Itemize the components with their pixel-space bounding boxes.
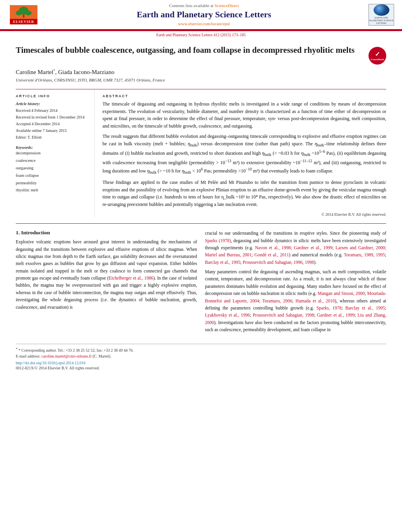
body-right-col: crucial to our understanding of the tran… bbox=[205, 230, 386, 336]
contents-line: Contents lists available at ScienceDirec… bbox=[39, 3, 368, 8]
ref-lyakhovsky[interactable]: Lyakhovsky et al., 1996 bbox=[205, 313, 250, 317]
keyword-3: outgassing bbox=[16, 165, 88, 172]
ref-larsen[interactable]: Larsen and Gardner, 2000 bbox=[335, 245, 385, 250]
history-label: Article history: bbox=[16, 100, 88, 107]
ref-martel2001[interactable]: Martel and Bureau, 2001 bbox=[205, 252, 251, 257]
header-center: Contents lists available at ScienceDirec… bbox=[39, 3, 368, 26]
footnote-text: * * Corresponding author. Tel.: +33 2 38… bbox=[16, 347, 386, 353]
keywords-section: Keywords: decompression coalescence outg… bbox=[16, 145, 88, 194]
contents-prefix: Contents lists available at bbox=[169, 3, 214, 8]
ref-barclay1995b[interactable]: Barclay et al., 1995 bbox=[345, 306, 385, 310]
journal-title: Earth and Planetary Science Letters bbox=[39, 9, 368, 20]
footnote-email-suffix: (C. Martel). bbox=[93, 354, 112, 358]
keyword-5: permeability bbox=[16, 180, 88, 187]
elsevier-logo-graphic bbox=[10, 5, 37, 19]
article-container: Timescales of bubble coalescence, outgas… bbox=[0, 37, 402, 378]
body-right-text: crucial to our understanding of the tran… bbox=[205, 230, 386, 333]
ref-proussevitch[interactable]: Proussevitch and Sahagian, 1996, 1998 bbox=[243, 260, 314, 265]
footnote-email-line: E-mail address: caroline.martel@cnrs-orl… bbox=[16, 353, 386, 359]
ref-barclay1995[interactable]: Barclay et al., 1995 bbox=[205, 260, 240, 265]
abstract-label: ABSTRACT bbox=[102, 94, 386, 98]
ref-gardner1999[interactable]: Gardner et al., 1999 bbox=[294, 245, 333, 250]
body-two-col: 1. Introduction Explosive volcanic erupt… bbox=[16, 230, 386, 336]
available-date: Available online 7 January 2015 bbox=[16, 127, 88, 134]
article-info-abstract: ARTICLE INFO Article history: Received 4… bbox=[16, 89, 386, 217]
body-left-col: 1. Introduction Explosive volcanic erupt… bbox=[16, 230, 197, 336]
keywords-list: decompression coalescence outgassing foa… bbox=[16, 150, 88, 194]
elsevier-logo: ELSEVIER bbox=[8, 4, 39, 26]
keywords-label: Keywords: bbox=[16, 145, 88, 150]
received-revised-date: Received in revised form 1 December 2014 bbox=[16, 114, 88, 120]
email-label: E-mail address: bbox=[16, 354, 40, 358]
abstract-col: ABSTRACT The timescale of degassing and … bbox=[102, 89, 386, 217]
keyword-2: coalescence bbox=[16, 157, 88, 165]
section-divider bbox=[16, 223, 386, 224]
earth-journal-logo: EARTH AND PLANETARY SCIENCE LETTERS bbox=[368, 4, 394, 26]
abstract-text: The timescale of degassing and outgassin… bbox=[102, 100, 386, 217]
issn-line: 0012-821X/© 2014 Elsevier B.V. All right… bbox=[16, 366, 386, 370]
abstract-para-3: These findings are applied to the case s… bbox=[102, 179, 386, 208]
ref-gardner1999b[interactable]: Gardner et al., 1999 bbox=[317, 313, 354, 317]
journal-header: ELSEVIER Contents lists available at Sci… bbox=[0, 0, 402, 30]
abstract-para-2: The result suggests that different bubbl… bbox=[102, 133, 386, 176]
article-title-section: Timescales of bubble coalescence, outgas… bbox=[16, 37, 386, 69]
keyword-4: foam collapse bbox=[16, 172, 88, 180]
author-caroline: Caroline Martel bbox=[16, 69, 53, 75]
earth-logo-text: EARTH AND PLANETARY SCIENCE LETTERS bbox=[369, 17, 394, 25]
keyword-6: rhyolitic melt bbox=[16, 187, 88, 194]
svg-point-3 bbox=[25, 11, 32, 15]
earth-globe-icon bbox=[374, 4, 389, 16]
section-1-heading: 1. Introduction bbox=[16, 230, 197, 236]
keyword-1: decompression bbox=[16, 150, 88, 157]
ref-proussevitch1998[interactable]: Proussevitch and Sahagian, 1998 bbox=[253, 313, 314, 317]
accepted-date: Accepted 4 December 2014 bbox=[16, 120, 88, 127]
article-info-col: ARTICLE INFO Article history: Received 4… bbox=[16, 89, 95, 217]
author-giada: Giada Iacono-Marziano bbox=[58, 69, 114, 75]
ref-sparks1978[interactable]: Sparks (1978) bbox=[205, 238, 231, 243]
body-left-para-1: Explosive volcanic eruptions have arouse… bbox=[16, 238, 197, 311]
body-right-para-2: Many parameters control the degassing of… bbox=[205, 268, 386, 334]
footnote-star-note: * Corresponding author. Tel.: +33 2 38 2… bbox=[19, 348, 134, 352]
affiliation: Université d'Orléans, CNRS/INSU, ISTO, B… bbox=[16, 78, 386, 87]
ref-gonde[interactable]: Gondé et al., 2011 bbox=[254, 252, 288, 257]
article-info-label: ARTICLE INFO bbox=[16, 94, 88, 98]
elsevier-label: ELSEVIER bbox=[10, 19, 37, 24]
journal-url[interactable]: www.elsevier.com/locate/epsl bbox=[39, 21, 368, 26]
authors-line: Caroline Martel*, Giada Iacono-Marziano bbox=[16, 69, 386, 78]
crossmark-badge[interactable]: ✓ CrossMark bbox=[368, 47, 386, 65]
ref-hamada[interactable]: Hamada et al., 2010 bbox=[296, 298, 335, 303]
sciencedirect-link[interactable]: ScienceDirect bbox=[214, 3, 239, 8]
doi-line[interactable]: http://dx.doi.org/10.1016/j.epsl.2014.12… bbox=[16, 361, 386, 365]
article-history: Article history: Received 4 February 201… bbox=[16, 100, 88, 141]
journal-ref-line: Earth and Planetary Science Letters 412 … bbox=[0, 31, 402, 37]
footnote-email[interactable]: caroline.martel@cnrs-orleans.fr bbox=[41, 354, 91, 358]
body-left-text: Explosive volcanic eruptions have arouse… bbox=[16, 238, 197, 311]
editor: Editor: T. Elliott bbox=[16, 134, 88, 141]
ref-eichelberger[interactable]: Eichelberger et al., 1986 bbox=[109, 276, 153, 280]
ref-sparks1978b[interactable]: Sparks, 1978 bbox=[316, 306, 342, 310]
svg-point-2 bbox=[16, 11, 22, 15]
ref-mangan[interactable]: Mangan and Sisson, 2000 bbox=[318, 291, 365, 296]
ref-toramaru1989[interactable]: Toramaru, 1989, 1995 bbox=[344, 252, 385, 257]
abstract-para-1: The timescale of degassing and outgassin… bbox=[102, 100, 386, 130]
ref-navon[interactable]: Navon et al., 1998 bbox=[255, 245, 291, 250]
footnote-area: * * Corresponding author. Tel.: +33 2 38… bbox=[16, 344, 386, 370]
body-right-para-1: crucial to our understanding of the tran… bbox=[205, 230, 386, 266]
crossmark-label: ✓ CrossMark bbox=[370, 50, 384, 61]
received-date: Received 4 February 2014 bbox=[16, 107, 88, 114]
article-title: Timescales of bubble coalescence, outgas… bbox=[16, 45, 368, 56]
abstract-copyright: © 2014 Elsevier B.V. All rights reserved… bbox=[102, 211, 386, 218]
ref-toramaru2006[interactable]: Toramaru, 2006 bbox=[262, 298, 292, 303]
